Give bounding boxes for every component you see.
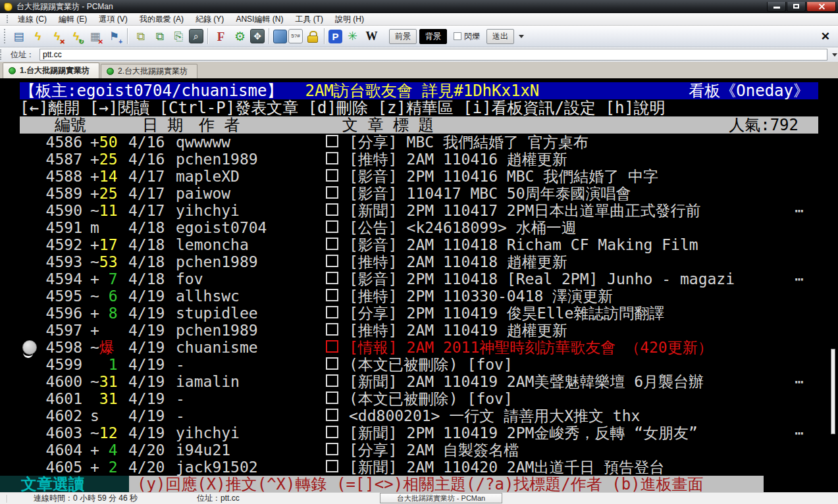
post-author: jack91502: [176, 459, 319, 476]
address-label: 位址：: [11, 49, 34, 61]
post-row[interactable]: 4605+ 24/20jack91502[新聞] 2AM 110420 2AM出…: [0, 459, 838, 476]
color-settings-icon[interactable]: ⚙: [231, 28, 249, 45]
send-dropdown-icon[interactable]: [519, 35, 524, 38]
post-row[interactable]: 4598~爆4/19chuanisme[情報] 2AM 2011神聖時刻訪華歌友…: [0, 339, 838, 356]
post-date: 4/17: [128, 185, 169, 202]
select-checkbox[interactable]: [326, 272, 338, 284]
post-author: -: [176, 390, 319, 407]
menu-item[interactable]: 選項 (V): [93, 13, 133, 26]
select-checkbox[interactable]: [326, 186, 338, 199]
post-row[interactable]: 4599 14/19-(本文已被刪除) [fov]: [0, 356, 838, 373]
reconnect-icon[interactable]: ϟ↻: [67, 28, 85, 45]
post-row[interactable]: 4594+ 74/18fov[影音] 2PM 110418 [Real 2PM]…: [0, 270, 838, 288]
copy-icon[interactable]: ⧉: [132, 28, 149, 45]
toolbar-close-icon[interactable]: ✕: [821, 30, 830, 43]
post-number: 4586: [20, 134, 82, 151]
post-row[interactable]: 4604+ 44/20i94u21[分享] 2AM 自製簽名檔: [0, 441, 838, 459]
select-checkbox[interactable]: [326, 135, 338, 147]
post-row[interactable]: 4591m4/18egoist0704[公告] <k24618099> 水桶一週: [0, 219, 838, 236]
post-row[interactable]: 4596+ 84/19stupidlee[分享] 2PM 110419 俊昊El…: [0, 305, 838, 322]
menu-item[interactable]: 我的最愛 (A): [134, 13, 190, 26]
telnet-window-icon[interactable]: [273, 30, 287, 43]
tab-bar: 1.台大批踢踢實業坊2.台大批踢踢實業坊: [0, 62, 838, 78]
select-checkbox[interactable]: [326, 426, 338, 438]
select-checkbox[interactable]: [326, 374, 338, 387]
close-button[interactable]: [806, 2, 836, 12]
menu-item[interactable]: 編輯 (E): [53, 13, 93, 26]
tab-2[interactable]: 2.台大批踢踢實業坊: [101, 64, 197, 78]
post-row[interactable]: 4592+174/18lemoncha[影音] 2AM 110418 Richa…: [0, 236, 838, 253]
select-checkbox[interactable]: [326, 255, 338, 267]
minimize-button[interactable]: [767, 2, 786, 12]
ellipsis-icon: ⋯: [795, 424, 804, 441]
font-icon[interactable]: F: [212, 28, 230, 45]
background-color-button[interactable]: 背景: [419, 29, 447, 44]
menu-item[interactable]: 連線 (C): [12, 13, 53, 26]
post-number: 4587: [20, 151, 82, 168]
copy-ansi-icon[interactable]: ⧉: [151, 28, 169, 45]
close-session-icon[interactable]: ▦✕: [86, 28, 104, 45]
select-checkbox[interactable]: [326, 357, 338, 370]
select-checkbox[interactable]: [326, 169, 338, 182]
select-checkbox[interactable]: [326, 340, 338, 353]
post-number: 4596: [20, 305, 82, 322]
post-row[interactable]: 4603~124/19yihchyi[新聞] 2PM 110419 2PM金峻秀…: [0, 424, 838, 441]
post-row[interactable]: 4593~534/18pchen1989[推特] 2AM 110418 趙權更新: [0, 253, 838, 270]
push-count: ~爆: [90, 339, 123, 356]
pcman-logo-icon[interactable]: P: [328, 30, 342, 43]
scrollbar-thumb[interactable]: [831, 349, 835, 434]
post-title: [分享] MBC 我們結婚了 官方桌布: [349, 134, 838, 151]
post-author: chuanisme: [176, 339, 319, 356]
disconnect-icon[interactable]: ϟ✕: [48, 28, 66, 45]
post-row[interactable]: 4590~114/17yihchyi[新聞] 2PM 110417 2PM日本出…: [0, 202, 838, 219]
select-checkbox[interactable]: [326, 391, 338, 404]
col-title: 文 章 標 題: [342, 116, 434, 134]
select-checkbox[interactable]: [326, 289, 338, 301]
menu-item[interactable]: 工具 (T): [289, 13, 329, 26]
connect-icon[interactable]: ϟ: [29, 28, 47, 45]
board-moderators: 【板主:egoist0704/chuanisme】: [20, 82, 282, 99]
post-row[interactable]: 4597+4/19pchen1989[推特] 2AM 110419 趙權更新: [0, 322, 838, 339]
foreground-color-button[interactable]: 前景: [389, 29, 417, 44]
select-checkbox[interactable]: [326, 203, 338, 216]
capture-icon[interactable]: ⌕: [189, 29, 203, 43]
post-row[interactable]: 4588+144/17mapleXD[影音] 2PM 110416 MBC 我們…: [0, 168, 838, 185]
wikipedia-icon[interactable]: W: [363, 28, 380, 45]
post-row[interactable]: 4586+504/16qwwwww[分享] MBC 我們結婚了 官方桌布: [0, 134, 838, 151]
fullscreen-icon[interactable]: ✥: [250, 29, 265, 43]
send-button[interactable]: 送出: [486, 29, 514, 44]
select-checkbox[interactable]: [326, 409, 338, 421]
select-checkbox[interactable]: [326, 152, 338, 164]
select-checkbox[interactable]: [326, 443, 338, 455]
add-bookmark-icon[interactable]: ⚑+: [105, 28, 123, 45]
address-dropdown[interactable]: [827, 53, 838, 57]
tab-1[interactable]: 1.台大批踢踢實業坊: [3, 63, 99, 78]
lock-icon[interactable]: [304, 28, 320, 44]
pcman-logo-icon-glyph: P: [332, 32, 338, 41]
menu-item[interactable]: 說明 (H): [329, 13, 370, 26]
taskbar-window-title[interactable]: 台大批踢踢實業坊 - PCMan: [380, 493, 502, 503]
push-count: + 8: [90, 305, 123, 322]
select-checkbox[interactable]: [326, 238, 338, 250]
post-row[interactable]: 4600~314/19iamalin[新聞] 2AM 110419 2AM美聲魅…: [0, 373, 838, 390]
select-checkbox[interactable]: [326, 323, 338, 336]
post-row[interactable]: 4595~ 64/19allhswc[推特] 2PM 110330-0418 澤…: [0, 288, 838, 305]
post-row[interactable]: 4587+254/16pchen1989[推特] 2AM 110416 趙權更新: [0, 151, 838, 168]
post-row[interactable]: 4589+254/17paiwow[影音] 110417 MBC 50周年泰國演…: [0, 185, 838, 202]
site-manager-icon[interactable]: ▤: [10, 28, 28, 45]
blink-checkbox[interactable]: [454, 32, 461, 40]
menu-item[interactable]: ANSI編輯 (N): [230, 13, 289, 26]
charset-table-icon[interactable]: 5?#: [288, 29, 303, 43]
select-checkbox[interactable]: [326, 460, 338, 472]
ptt-flower-icon[interactable]: ✳: [344, 28, 361, 45]
post-number: 4597: [20, 322, 82, 339]
select-checkbox[interactable]: [326, 220, 338, 233]
paste-icon[interactable]: ⎘: [170, 28, 188, 45]
post-row[interactable]: 4602s4/19-<dd800201> 一行文 請善用大X推文 thx: [0, 407, 838, 424]
select-checkbox[interactable]: [326, 306, 338, 318]
post-title: [情報] 2AM 2011神聖時刻訪華歌友會 （420更新）: [349, 339, 838, 356]
maximize-button[interactable]: [787, 2, 806, 12]
menu-item[interactable]: 紀錄 (Y): [190, 13, 230, 26]
address-input[interactable]: [39, 49, 827, 61]
post-row[interactable]: 4601 314/19-(本文已被刪除) [fov]: [0, 390, 838, 407]
